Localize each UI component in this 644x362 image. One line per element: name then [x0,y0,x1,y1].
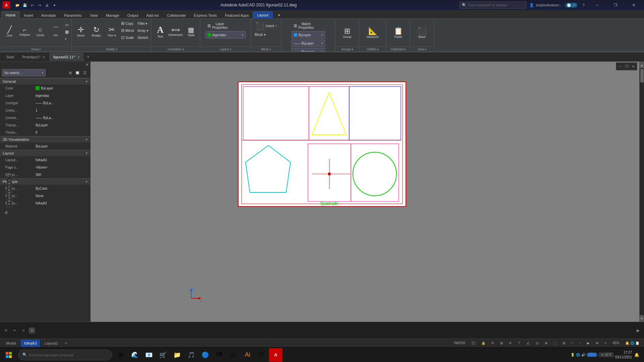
spotify-icon[interactable]: 🎵 [184,348,198,362]
paper-status[interactable]: PAPER [452,340,467,347]
cmd-history-btn[interactable]: ≡ [20,327,27,334]
tab-parametric[interactable]: Parametric [60,12,86,19]
settings-btn[interactable]: ⚙ [594,340,601,347]
vertical-scrollbar[interactable]: ▲ ▼ [639,62,644,322]
table-button[interactable]: ▦ Table [184,20,199,44]
linetype-dropdown[interactable]: —— ByLayer ▾ [291,40,325,47]
measure-button[interactable]: 📐 Measure [365,21,380,45]
cmd-config-btn[interactable]: ▾ [29,327,35,334]
polyline-button[interactable]: ⌐ Polyline [17,20,32,44]
select-btn[interactable]: ▶ [585,340,592,347]
move-button[interactable]: ✛ Move [73,20,88,44]
minimize-btn[interactable]: ─ [590,0,605,10]
layer-dropdown[interactable]: legendas ▾ [205,31,246,39]
mini-close-btn[interactable]: ✕ [630,63,636,69]
qa-open-btn[interactable]: 📂 [14,2,21,8]
layout-section-header[interactable]: Layout ▾ [0,150,90,156]
doc-tab-figuras[interactable]: figuras02.11* ✕ [50,53,84,61]
close-prototipo-tab[interactable]: ✕ [43,55,45,59]
chrome-icon[interactable]: 🔵 [199,348,212,362]
doc-tab-prototipo[interactable]: Prototipo1* ✕ [18,53,49,61]
qa-dropdown-btn[interactable]: ▾ [51,2,58,8]
view-base-button[interactable]: ⬛ Base [415,21,429,45]
match-properties-button[interactable]: ≡ MatchProperties [291,21,316,30]
add-layout-btn[interactable]: ＋ [62,340,70,347]
dimension-button[interactable]: ⟺ Dimension [168,20,183,44]
line-button[interactable]: ╱ Line [2,20,17,44]
plotstyle-section-header[interactable]: Plot style ▾ [0,178,90,185]
task-view-btn[interactable]: ⊞ [114,348,127,362]
qa-save-btn[interactable]: 💾 [21,2,28,8]
osnap-btn[interactable]: ◎ [534,340,541,347]
view-group-label[interactable]: View ▾ [412,47,432,52]
copy-button[interactable]: ⊞Copy [120,20,136,27]
draw-hatch-btn[interactable]: ▦ [64,28,70,35]
qa-undo-btn[interactable]: ↩ [29,2,36,8]
icons-tray[interactable]: 🔔 🌐 📋 [623,340,641,347]
scroll-thumb-v[interactable] [640,69,644,82]
tab-addins[interactable]: Add-ins [143,12,163,19]
scroll-up-btn[interactable]: ▲ [640,62,644,68]
toggle-all-btn[interactable]: ⊞ [67,69,73,76]
lock-btn[interactable]: 🔒 [479,340,487,347]
qa-redo-btn[interactable]: ↪ [36,2,43,8]
command-input[interactable] [37,328,633,333]
store-icon[interactable]: 🛒 [156,348,170,362]
tab-express[interactable]: Express Tools [190,12,221,19]
properties-side-tab[interactable]: PROPERTIES [7,176,12,207]
filezilla-icon[interactable]: 🗂 [227,348,240,362]
tab-more[interactable]: ▾ [274,12,284,19]
ducs-btn[interactable]: ⬚ [551,340,558,347]
block-group-label[interactable]: Block ▾ [253,47,280,52]
snap-btn[interactable]: ✛ [507,340,514,347]
cmd-cancel-btn[interactable]: ✕ [3,327,9,334]
mail-icon[interactable]: 📧 [142,348,156,362]
layers-group-label[interactable]: Layers ▾ [202,47,249,52]
notifications-btn[interactable]: 🔔 [633,348,640,362]
tab-view[interactable]: View [86,12,102,19]
tab-annotate[interactable]: Annotate [37,12,60,19]
mini-restore-btn[interactable]: ─ [617,63,623,69]
panel-close-btn[interactable]: ✕ [86,62,89,67]
circle-button[interactable]: ○ Circle [33,20,48,44]
dyn-btn[interactable]: ⊞ [560,340,567,347]
qa-print-btn[interactable]: 🖨 [44,2,50,8]
tab-featured[interactable]: Featured Apps [221,12,253,19]
canvas-area[interactable]: ─ ❐ ✕ [91,62,644,322]
polar-btn[interactable]: ∠ [525,340,532,347]
edge-icon[interactable]: 🌊 [128,348,142,362]
layer-properties-button[interactable]: ≡ LayerProperties [205,21,229,30]
tab-output[interactable]: Output [123,12,143,19]
lineweight-dropdown[interactable]: —— ByLayer ▾ [291,48,325,52]
draw-more-btn[interactable]: ▾ [64,36,70,42]
autocad-taskbar-icon[interactable]: A [269,348,282,362]
rotate-btn[interactable]: ↻ [489,340,496,347]
3d-section-header[interactable]: 3D Visualization ▾ [0,136,90,142]
new-tab-button[interactable]: ＋ [84,53,92,61]
grid-btn[interactable]: ⊞ [498,340,505,347]
layout2-tab[interactable]: Layout2 [41,340,61,347]
transparency-btn[interactable]: ▫ [578,340,583,347]
folhaa3-tab[interactable]: folhaA3 [21,340,40,347]
arc-button[interactable]: ⌒ Arc [48,20,63,44]
tab-home[interactable]: Home [1,11,20,19]
cmd-execute-btn[interactable]: ↵ [11,327,18,334]
plus-btn[interactable]: + [603,340,609,347]
fillet-button[interactable]: Fillet ▾ [136,20,150,27]
trim-button[interactable]: ✂ Trim ▾ [104,20,119,44]
mini-maximize-btn[interactable]: ❐ [624,63,630,69]
tab-layout[interactable]: Layout [253,11,273,19]
help-btn[interactable]: ? [580,2,587,8]
doc-tab-start[interactable]: Start [3,53,18,61]
maps-icon[interactable]: 🗺 [213,348,226,362]
panel-tool-2[interactable]: 🔲 [74,69,81,76]
ortho-btn[interactable]: ⊤ [516,340,523,347]
general-section-header[interactable]: General ▾ [0,78,90,84]
insert-button[interactable]: ⬛ Insert ▾ [253,21,279,30]
illustrator-icon[interactable]: Ai [241,348,254,362]
panel-tool-3[interactable]: ☰ [82,69,88,76]
annotation-group-label[interactable]: Annotation ▾ [153,47,199,52]
rotate-button[interactable]: ↻ Rotate [89,20,104,44]
group-button[interactable]: ⊞ Group [340,21,355,45]
color-dropdown[interactable]: ByLayer ▾ [291,31,325,39]
